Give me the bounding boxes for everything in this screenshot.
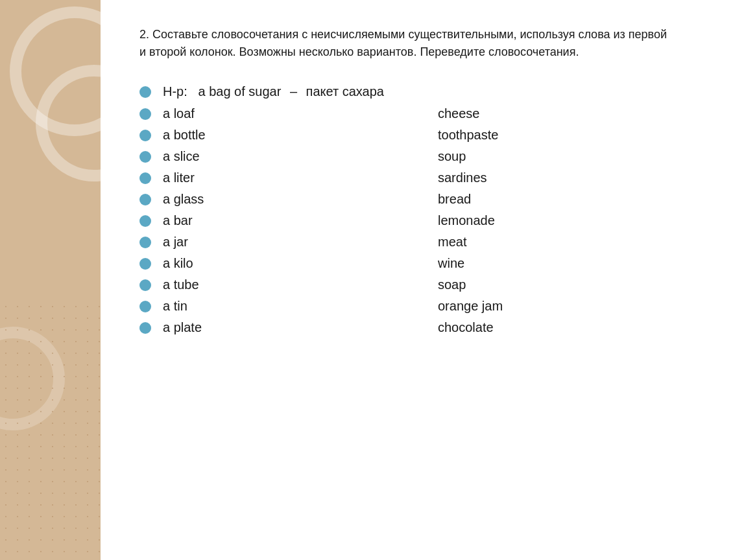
left-col-text: a kilo — [163, 256, 193, 271]
example-prefix: Н-р: — [163, 84, 187, 99]
right-col-text: bread — [438, 192, 471, 206]
row-bullet — [139, 322, 151, 334]
row-bullet — [139, 258, 151, 270]
table-row: a litersardines — [139, 167, 707, 189]
right-col-text: wine — [438, 256, 464, 270]
table-row: a bottletoothpaste — [139, 124, 707, 146]
table-row: a barlemonade — [139, 210, 707, 231]
rows-container: a loafcheesea bottletoothpastea slicesou… — [139, 103, 707, 338]
right-col-text: soap — [438, 277, 466, 292]
row-bullet — [139, 279, 151, 291]
example-russian: пакет сахара — [306, 84, 384, 99]
main-content: 2. Составьте словосочетания с неисчисляе… — [101, 0, 746, 560]
left-col-text: a liter — [163, 170, 195, 185]
example-row: Н-р: a bag of sugar – пакет сахара — [139, 80, 707, 103]
row-bullet — [139, 237, 151, 248]
table-row: a jarmeat — [139, 231, 707, 253]
row-bullet — [139, 172, 151, 184]
right-col-text: lemonade — [438, 213, 495, 228]
left-col-text: a plate — [163, 320, 202, 335]
table-row: a tubesoap — [139, 274, 707, 296]
left-col-text: a bar — [163, 213, 193, 228]
example-dash: – — [290, 84, 297, 99]
example-english: a bag of sugar — [198, 84, 281, 99]
exercise-area: Н-р: a bag of sugar – пакет сахара a loa… — [139, 80, 707, 338]
table-row: a glassbread — [139, 189, 707, 210]
left-col-text: a tin — [163, 299, 187, 314]
right-col-text: sardines — [438, 170, 487, 185]
left-col-text: a slice — [163, 149, 200, 164]
row-bullet — [139, 151, 151, 163]
left-col-text: a tube — [163, 277, 199, 292]
example-bullet — [139, 86, 151, 98]
right-col-text: soup — [438, 149, 466, 163]
table-row: a loafcheese — [139, 103, 707, 124]
table-row: a platechocolate — [139, 317, 707, 338]
right-col-text: toothpaste — [438, 128, 498, 142]
left-col-text: a bottle — [163, 128, 206, 143]
right-col-text: cheese — [438, 106, 480, 121]
left-decorative-panel — [0, 0, 101, 560]
instructions-text: 2. Составьте словосочетания с неисчисляе… — [139, 26, 671, 61]
table-row: a tinorange jam — [139, 296, 707, 317]
left-col-text: a jar — [163, 235, 188, 250]
row-bullet — [139, 215, 151, 227]
left-col-text: a loaf — [163, 106, 195, 121]
right-col-text: meat — [438, 235, 466, 249]
table-row: a slicesoup — [139, 146, 707, 167]
right-col-text: chocolate — [438, 320, 494, 334]
example-content: Н-р: a bag of sugar – пакет сахара — [163, 84, 384, 99]
left-col-text: a glass — [163, 192, 204, 207]
row-bullet — [139, 194, 151, 205]
row-bullet — [139, 130, 151, 141]
dots-pattern — [0, 301, 101, 560]
row-bullet — [139, 108, 151, 120]
table-row: a kilowine — [139, 253, 707, 274]
right-col-text: orange jam — [438, 299, 503, 313]
row-bullet — [139, 301, 151, 312]
